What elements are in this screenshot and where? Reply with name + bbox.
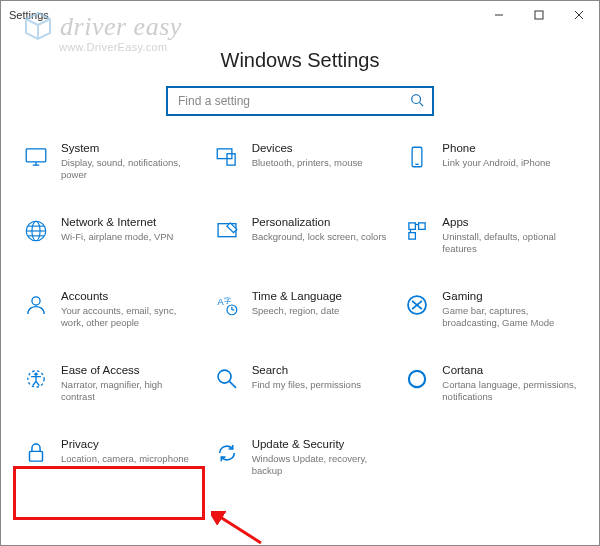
gaming-icon — [402, 290, 432, 320]
tile-label: Ease of Access — [61, 364, 198, 378]
annotation-arrow-icon — [211, 511, 271, 546]
tile-ease[interactable]: Ease of AccessNarrator, magnifier, high … — [19, 360, 200, 412]
window-title: Settings — [9, 9, 49, 21]
svg-rect-25 — [419, 223, 426, 230]
tile-desc: Find my files, permissions — [252, 379, 389, 391]
search-category-icon — [212, 364, 242, 394]
search-box[interactable] — [166, 86, 434, 116]
tile-label: Devices — [252, 142, 389, 156]
svg-line-9 — [420, 103, 424, 107]
tile-desc: Uninstall, defaults, optional features — [442, 231, 579, 255]
tile-devices[interactable]: DevicesBluetooth, printers, mouse — [210, 138, 391, 190]
system-icon — [21, 142, 51, 172]
svg-rect-14 — [227, 154, 235, 165]
tile-privacy[interactable]: PrivacyLocation, camera, microphone — [19, 434, 200, 486]
tile-label: Accounts — [61, 290, 198, 304]
close-button[interactable] — [559, 1, 599, 29]
search-input[interactable] — [176, 93, 410, 109]
tile-label: Personalization — [252, 216, 389, 230]
tile-label: Search — [252, 364, 389, 378]
svg-rect-24 — [409, 223, 416, 230]
tile-search[interactable]: SearchFind my files, permissions — [210, 360, 391, 412]
ease-of-access-icon — [21, 364, 51, 394]
minimize-icon — [494, 10, 504, 20]
svg-text:字: 字 — [223, 297, 230, 304]
svg-point-40 — [218, 370, 231, 383]
search-container — [1, 86, 599, 116]
tile-apps[interactable]: AppsUninstall, defaults, optional featur… — [400, 212, 581, 264]
update-security-icon — [212, 438, 242, 468]
tile-desc: Link your Android, iPhone — [442, 157, 579, 169]
window-titlebar: Settings — [1, 1, 599, 29]
personalization-icon — [212, 216, 242, 246]
tile-label: Privacy — [61, 438, 198, 452]
tile-desc: Location, camera, microphone — [61, 453, 198, 465]
tile-personalization[interactable]: PersonalizationBackground, lock screen, … — [210, 212, 391, 264]
tile-desc: Wi-Fi, airplane mode, VPN — [61, 231, 198, 243]
svg-line-41 — [229, 381, 236, 388]
tile-desc: Background, lock screen, colors — [252, 231, 389, 243]
tile-label: Apps — [442, 216, 579, 230]
maximize-button[interactable] — [519, 1, 559, 29]
svg-line-45 — [217, 515, 261, 543]
tile-label: Time & Language — [252, 290, 389, 304]
tile-gaming[interactable]: GamingGame bar, captures, broadcasting, … — [400, 286, 581, 338]
devices-icon — [212, 142, 242, 172]
phone-icon — [402, 142, 432, 172]
tile-accounts[interactable]: AccountsYour accounts, email, sync, work… — [19, 286, 200, 338]
tile-time[interactable]: A字 Time & LanguageSpeech, region, date — [210, 286, 391, 338]
tile-system[interactable]: SystemDisplay, sound, notifications, pow… — [19, 138, 200, 190]
maximize-icon — [534, 10, 544, 20]
tile-desc: Game bar, captures, broadcasting, Game M… — [442, 305, 579, 329]
tile-desc: Narrator, magnifier, high contrast — [61, 379, 198, 403]
minimize-button[interactable] — [479, 1, 519, 29]
tile-label: Phone — [442, 142, 579, 156]
tile-network[interactable]: Network & InternetWi-Fi, airplane mode, … — [19, 212, 200, 264]
settings-grid: SystemDisplay, sound, notifications, pow… — [1, 138, 599, 496]
privacy-icon — [21, 438, 51, 468]
tile-label: Cortana — [442, 364, 579, 378]
tile-desc: Bluetooth, printers, mouse — [252, 157, 389, 169]
tile-desc: Windows Update, recovery, backup — [252, 453, 389, 477]
accounts-icon — [21, 290, 51, 320]
svg-rect-10 — [26, 149, 46, 162]
network-icon — [21, 216, 51, 246]
cortana-icon — [402, 364, 432, 394]
tile-label: Gaming — [442, 290, 579, 304]
tile-desc: Your accounts, email, sync, work, other … — [61, 305, 198, 329]
svg-rect-26 — [409, 233, 416, 240]
tile-phone[interactable]: PhoneLink your Android, iPhone — [400, 138, 581, 190]
apps-icon — [402, 216, 432, 246]
svg-point-42 — [409, 371, 425, 387]
tile-desc: Cortana language, permissions, notificat… — [442, 379, 579, 403]
tile-cortana[interactable]: CortanaCortana language, permissions, no… — [400, 360, 581, 412]
tile-update[interactable]: Update & SecurityWindows Update, recover… — [210, 434, 391, 486]
svg-rect-1 — [535, 11, 543, 19]
close-icon — [574, 10, 584, 20]
svg-rect-43 — [30, 451, 43, 461]
tile-desc: Speech, region, date — [252, 305, 389, 317]
svg-point-29 — [32, 297, 40, 305]
svg-point-8 — [412, 95, 421, 104]
tile-label: System — [61, 142, 198, 156]
search-icon — [410, 93, 424, 109]
page-title: Windows Settings — [1, 49, 599, 72]
tile-desc: Display, sound, notifications, power — [61, 157, 198, 181]
svg-point-39 — [34, 373, 37, 376]
tile-label: Network & Internet — [61, 216, 198, 230]
time-language-icon: A字 — [212, 290, 242, 320]
tile-label: Update & Security — [252, 438, 389, 452]
